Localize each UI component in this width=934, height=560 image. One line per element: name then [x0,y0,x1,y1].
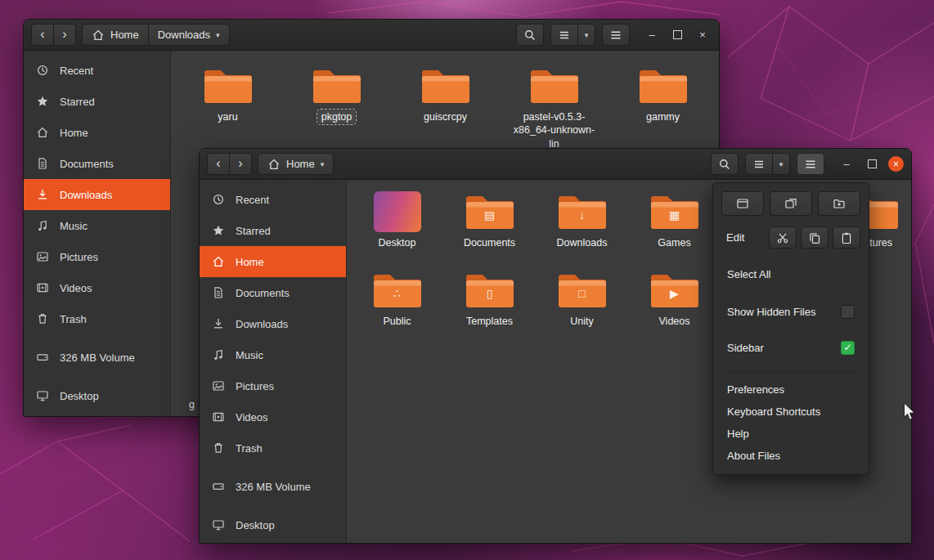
sidebar-item-videos[interactable]: Videos [200,401,346,432]
star-icon [212,224,225,237]
sidebar-item-volume[interactable]: 326 MB Volume [24,342,170,373]
list-view-button[interactable] [550,24,578,46]
close-button[interactable]: × [694,26,712,44]
picture-icon [212,379,225,392]
download-icon [36,188,49,201]
file-item-videos[interactable]: ▶ Videos [628,270,721,328]
search-button[interactable] [516,24,544,46]
sidebar-item-label: Documents [60,158,114,170]
show-hidden-checkbox[interactable] [841,305,855,319]
minimize-button[interactable]: – [837,155,855,173]
sidebar: Recent Starred Home Documents Downloads … [24,51,171,416]
sidebar-item-recent[interactable]: Recent [24,55,170,86]
file-item-templates[interactable]: ▯ Templates [443,270,536,328]
chevron-down-icon: ▾ [585,31,589,39]
sidebar-item-label: Recent [236,194,269,206]
menu-item-show-hidden-files[interactable]: Show Hidden Files [721,293,860,329]
cut-button[interactable] [769,226,797,249]
maximize-button[interactable] [668,26,686,44]
search-button[interactable] [711,153,739,175]
sidebar-item-label: Pictures [236,380,274,392]
sidebar-item-documents[interactable]: Documents [24,148,170,179]
forward-button[interactable]: › [53,24,76,46]
menu-item-about-files[interactable]: About Files [721,445,860,467]
menu-new-row [721,191,860,216]
sidebar-item-videos[interactable]: Videos [24,272,170,303]
back-button[interactable]: ‹ [207,153,230,175]
sidebar-item-home[interactable]: Home [24,117,170,148]
file-label: Documents [464,236,515,249]
sidebar-item-starred[interactable]: Starred [24,86,170,117]
hamburger-menu-button[interactable] [797,153,824,175]
breadcrumb-current-label: Downloads [158,29,210,41]
sidebar-item-downloads[interactable]: Downloads [200,308,346,339]
sidebar-item-pictures[interactable]: Pictures [24,241,170,272]
close-button[interactable]: × [888,156,904,172]
sidebar-item-downloads[interactable]: Downloads [24,179,170,210]
menu-item-preferences[interactable]: Preferences [721,379,860,401]
headerbar[interactable]: ‹ › Home Downloads ▾ [24,20,719,51]
sidebar-item-trash[interactable]: Trash [200,432,346,464]
hamburger-icon [804,158,817,171]
view-options-button[interactable]: ▾ [772,153,790,175]
sidebar-item-desktop[interactable]: Desktop [200,509,346,540]
file-item-unity[interactable]: □ Unity [536,270,628,328]
sidebar-item-desktop[interactable]: Desktop [24,380,170,411]
headerbar[interactable]: ‹ › Home ▾ ▾ [200,149,911,180]
sidebar-item-label: Trash [236,442,263,455]
maximize-button[interactable] [863,155,881,173]
file-label: Downloads [557,236,608,249]
file-item-yaru[interactable]: yaru [173,65,282,150]
download-emblem-icon: ↓ [579,209,585,221]
sidebar-item-music[interactable]: Music [200,339,346,370]
file-item-desktop[interactable]: Desktop [351,191,443,249]
copy-button[interactable] [801,226,828,249]
sidebar-item-documents[interactable]: Documents [200,277,346,308]
sidebar-item-recent[interactable]: Recent [200,184,346,215]
sidebar-item-music[interactable]: Music [24,210,170,241]
cut-icon [776,231,789,244]
folder-icon: □ [556,270,608,311]
path-bar: Home Downloads ▾ [82,24,230,46]
file-item-guiscrcpy[interactable]: guiscrcpy [391,65,500,150]
menu-item-help[interactable]: Help [721,423,860,445]
file-item-downloads[interactable]: ↓ Downloads [536,191,628,249]
breadcrumb-current[interactable]: Downloads ▾ [148,24,230,46]
menu-item-label: About Files [727,450,780,462]
file-item-public[interactable]: ∴ Public [351,270,443,328]
maximize-icon [673,30,682,39]
file-item-games[interactable]: ▦ Games [628,191,721,249]
template-emblem-icon: ▯ [487,288,493,299]
file-item-documents[interactable]: ▤ Documents [443,191,536,249]
games-emblem-icon: ▦ [669,209,680,221]
menu-item-sidebar-toggle[interactable]: Sidebar ✓ [721,329,860,365]
new-tab-button[interactable] [770,191,812,216]
menu-item-select-all[interactable]: Select All [721,259,860,289]
back-button[interactable]: ‹ [31,24,54,46]
sidebar-item-starred[interactable]: Starred [200,215,346,246]
file-grid: yaru pkgtop guiscrcpy pastel-v0.5.3-x86_… [173,65,717,150]
new-window-button[interactable] [721,191,764,216]
headerbar-actions: ▾ – × [516,24,712,46]
file-label: Desktop [379,236,416,249]
minimize-button[interactable]: – [643,26,661,44]
file-label: yaru [218,110,237,123]
sidebar-item-trash[interactable]: Trash [24,303,170,334]
sidebar-item-pictures[interactable]: Pictures [200,370,346,401]
breadcrumb-home[interactable]: Home ▾ [258,153,334,175]
menu-item-keyboard-shortcuts[interactable]: Keyboard Shortcuts [721,401,860,423]
sidebar-checkbox[interactable]: ✓ [841,341,855,355]
list-view-button[interactable] [745,153,773,175]
view-options-button[interactable]: ▾ [577,24,595,46]
file-item-pastel[interactable]: pastel-v0.5.3-x86_64-unknown-lin [500,65,608,150]
paste-button[interactable] [833,226,860,249]
forward-button[interactable]: › [229,153,252,175]
breadcrumb-home[interactable]: Home [82,24,149,46]
hamburger-menu-button[interactable] [602,24,630,46]
music-icon [212,348,225,361]
sidebar-item-home[interactable]: Home [200,246,346,277]
file-item-pkgtop[interactable]: pkgtop [282,65,391,150]
sidebar-item-volume[interactable]: 326 MB Volume [200,471,346,502]
file-item-gammy[interactable]: gammy [608,65,717,150]
new-folder-button[interactable] [818,191,860,216]
